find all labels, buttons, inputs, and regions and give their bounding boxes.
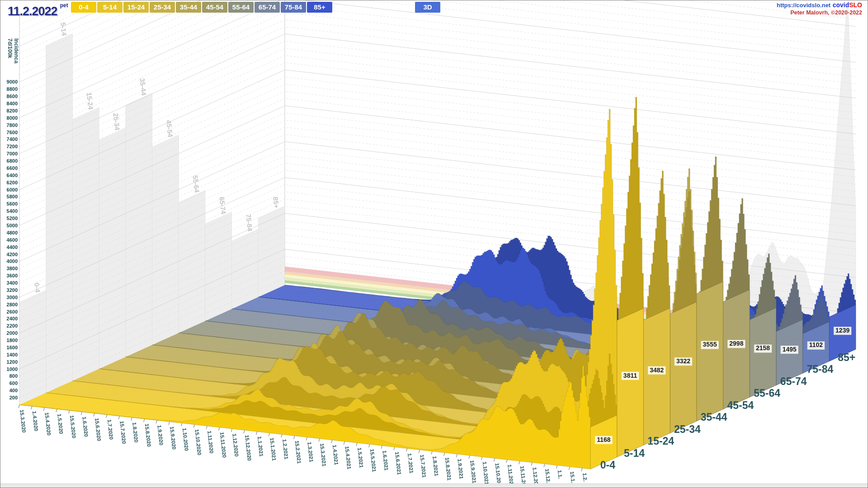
age-button-5-14[interactable]: 5-14 <box>97 2 123 13</box>
covidslo-3d-incidence-page: 11.2.2022pet 0-45-1415-2425-3435-4445-54… <box>0 0 868 488</box>
weekday-abbrev: pet <box>60 2 68 9</box>
author-credit: Peter Malovrh, ©2020-2022 <box>777 9 862 16</box>
age-button-15-24[interactable]: 15-24 <box>123 2 149 13</box>
incidence-3d-chart[interactable] <box>0 0 868 488</box>
age-button-55-64[interactable]: 55-64 <box>228 2 254 13</box>
age-button-25-34[interactable]: 25-34 <box>150 2 175 13</box>
site-url-link[interactable]: https://covidslo.net <box>777 2 830 9</box>
brand-covid: covid <box>833 1 849 9</box>
current-date-value: 11.2.2022 <box>8 5 57 18</box>
mode-3d-button[interactable]: 3D <box>415 2 440 13</box>
age-button-65-74[interactable]: 65-74 <box>255 2 280 13</box>
age-button-0-4[interactable]: 0-4 <box>71 2 96 13</box>
age-group-button-bar: 0-45-1415-2425-3435-4445-5455-6465-7475-… <box>71 2 332 13</box>
age-button-35-44[interactable]: 35-44 <box>176 2 201 13</box>
brand-slo: SLO <box>849 1 862 9</box>
current-date: 11.2.2022pet <box>8 2 68 19</box>
bottom-scroll-strip[interactable] <box>0 483 868 488</box>
age-button-45-54[interactable]: 45-54 <box>202 2 227 13</box>
age-button-75-84[interactable]: 75-84 <box>281 2 306 13</box>
site-attribution: https://covidslo.net covidSLO Peter Malo… <box>777 1 862 16</box>
age-button-85+[interactable]: 85+ <box>307 2 332 13</box>
